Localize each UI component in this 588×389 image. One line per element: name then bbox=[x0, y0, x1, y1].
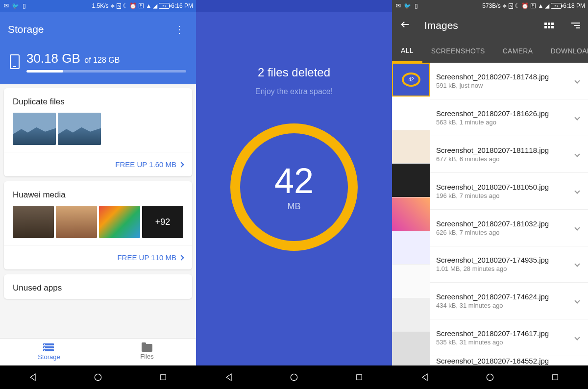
deleted-subtitle: Enjoy the extra space! bbox=[255, 87, 333, 96]
chevron-down-icon[interactable] bbox=[574, 262, 580, 267]
recents-button[interactable] bbox=[550, 372, 561, 383]
back-button[interactable] bbox=[27, 372, 38, 383]
chevron-down-icon[interactable] bbox=[574, 78, 580, 83]
file-row[interactable]: Screenshot_20180207-181032.jpg626 kB, 7 … bbox=[430, 210, 588, 246]
chevron-down-icon[interactable] bbox=[574, 225, 580, 230]
storage-icon bbox=[43, 343, 55, 352]
chevron-down-icon[interactable] bbox=[574, 298, 580, 304]
svg-point-2 bbox=[291, 374, 297, 380]
storage-screen: ✉ 🐦 ▯ 1.5K/s ∗ N ☾ ⏰ ⚿ ▲ ◢ 77 6:16 PM St… bbox=[0, 0, 196, 389]
home-button[interactable] bbox=[485, 372, 495, 383]
back-button[interactable] bbox=[223, 372, 234, 383]
sort-icon[interactable] bbox=[567, 19, 584, 32]
file-row[interactable]: Screenshot_20180207-164552.jpg bbox=[430, 356, 588, 365]
system-nav bbox=[392, 365, 588, 389]
status-bar: ✉ 🐦 ▯ 573B/s ∗ N ☾ ⏰ ⚿ ▲ ◢ 77 6:18 PM bbox=[392, 0, 588, 12]
wifi-icon: ▲ bbox=[538, 2, 543, 9]
app-header: Storage ⋮ 30.18 GB of 128 GB bbox=[0, 12, 196, 84]
file-row[interactable]: Screenshot_20180207-174935.jpg1.01 MB, 2… bbox=[430, 246, 588, 283]
thumbnail-more[interactable]: +92 bbox=[142, 206, 183, 238]
thumbnail[interactable] bbox=[392, 265, 430, 298]
thumbnail[interactable] bbox=[392, 332, 430, 365]
recents-button[interactable] bbox=[354, 372, 365, 383]
deleted-message: 2 files deleted bbox=[258, 66, 330, 79]
file-row[interactable]: Screenshot_20180207-174617.jpg535 kB, 31… bbox=[430, 319, 588, 356]
bluetooth-icon: ∗ bbox=[110, 2, 115, 9]
bottom-nav: Storage Files bbox=[0, 338, 196, 365]
nfc-icon: N bbox=[117, 3, 122, 9]
tab-download[interactable]: DOWNLOAD bbox=[541, 39, 588, 63]
file-row[interactable]: Screenshot_20180207-181626.jpg563 kB, 1 … bbox=[430, 99, 588, 136]
tab-camera[interactable]: CAMERA bbox=[494, 39, 542, 63]
nfc-icon: N bbox=[509, 3, 514, 9]
thumbnail[interactable] bbox=[392, 164, 430, 197]
tab-storage[interactable]: Storage bbox=[0, 339, 98, 365]
bluetooth-icon: ∗ bbox=[502, 2, 507, 9]
category-tabs: ALL SCREENSHOTS CAMERA DOWNLOAD bbox=[392, 39, 588, 63]
app-icon: ▯ bbox=[21, 2, 27, 9]
twitter-icon: 🐦 bbox=[404, 2, 411, 9]
overflow-menu-icon[interactable]: ⋮ bbox=[171, 20, 188, 39]
home-button[interactable] bbox=[289, 372, 299, 383]
storage-bar bbox=[26, 70, 186, 73]
net-speed: 1.5K/s bbox=[92, 2, 109, 9]
app-icon: ▯ bbox=[413, 2, 419, 9]
clock: 6:16 PM bbox=[171, 2, 193, 9]
unused-apps-card[interactable]: Unused apps bbox=[4, 274, 192, 299]
status-bar bbox=[196, 0, 392, 12]
cards-container: Duplicate files FREE UP 1.60 MB Huawei m… bbox=[0, 84, 196, 338]
system-nav bbox=[0, 365, 196, 389]
battery-icon: 77 bbox=[159, 3, 170, 9]
home-button[interactable] bbox=[93, 372, 103, 383]
thumbnail[interactable] bbox=[392, 97, 430, 130]
svg-point-4 bbox=[487, 374, 493, 380]
file-row[interactable]: Screenshot_20180207-174624.jpg434 kB, 31… bbox=[430, 283, 588, 319]
status-bar: ✉ 🐦 ▯ 1.5K/s ∗ N ☾ ⏰ ⚿ ▲ ◢ 77 6:16 PM bbox=[0, 0, 196, 12]
huawei-media-card[interactable]: Huawei media +92 FREE UP 110 MB bbox=[4, 181, 192, 269]
thumbnail[interactable] bbox=[392, 298, 430, 332]
net-speed: 573B/s bbox=[482, 2, 500, 9]
free-up-button[interactable]: FREE UP 110 MB bbox=[4, 245, 192, 269]
duplicate-files-card[interactable]: Duplicate files FREE UP 1.60 MB bbox=[4, 88, 192, 176]
svg-rect-3 bbox=[357, 375, 362, 380]
thumbnail[interactable] bbox=[392, 197, 430, 231]
tab-screenshots[interactable]: SCREENSHOTS bbox=[422, 39, 494, 63]
back-button[interactable] bbox=[419, 372, 430, 383]
signal-icon: ◢ bbox=[545, 2, 549, 9]
thumbnail[interactable] bbox=[392, 130, 430, 164]
chevron-down-icon[interactable] bbox=[574, 335, 580, 340]
recents-button[interactable] bbox=[158, 372, 169, 383]
thumbnail bbox=[13, 206, 54, 238]
app-bar: Images ALL SCREENSHOTS CAMERA DOWNLOAD bbox=[392, 12, 588, 63]
back-icon[interactable] bbox=[396, 15, 415, 36]
page-title: Images bbox=[424, 20, 531, 31]
svg-rect-1 bbox=[161, 375, 166, 380]
thumbnail bbox=[13, 113, 56, 145]
chevron-down-icon[interactable] bbox=[574, 115, 580, 120]
file-row[interactable]: Screenshot_20180207-181748.jpg591 kB, ju… bbox=[430, 63, 588, 99]
moon-icon: ☾ bbox=[514, 2, 520, 9]
images-screen: ✉ 🐦 ▯ 573B/s ∗ N ☾ ⏰ ⚿ ▲ ◢ 77 6:18 PM Im… bbox=[392, 0, 588, 389]
alarm-icon: ⏰ bbox=[521, 2, 529, 9]
clock: 6:18 PM bbox=[563, 2, 585, 9]
alarm-icon: ⏰ bbox=[129, 2, 137, 9]
file-row[interactable]: Screenshot_20180207-181050.jpg196 kB, 7 … bbox=[430, 173, 588, 210]
tab-all[interactable]: ALL bbox=[392, 39, 422, 63]
chevron-right-icon bbox=[178, 255, 184, 260]
signal-icon: ◢ bbox=[153, 2, 157, 9]
chevron-down-icon[interactable] bbox=[574, 188, 580, 194]
file-row[interactable]: Screenshot_20180207-181118.jpg677 kB, 6 … bbox=[430, 136, 588, 173]
chevron-down-icon[interactable] bbox=[574, 151, 580, 157]
key-icon: ⚿ bbox=[138, 2, 144, 9]
thumbnail[interactable] bbox=[392, 231, 430, 265]
svg-rect-5 bbox=[553, 375, 558, 380]
moon-icon: ☾ bbox=[122, 2, 128, 9]
free-up-button[interactable]: FREE UP 1.60 MB bbox=[4, 152, 192, 176]
mail-icon: ✉ bbox=[3, 2, 10, 9]
thumbnail[interactable]: 42 bbox=[392, 63, 430, 97]
tab-files[interactable]: Files bbox=[98, 339, 196, 365]
file-list[interactable]: 42 Screenshot_20180207-181748.jpg591 kB,… bbox=[392, 63, 588, 365]
page-title: Storage bbox=[8, 24, 44, 35]
folder-icon bbox=[142, 344, 152, 352]
grid-view-icon[interactable] bbox=[540, 19, 558, 32]
